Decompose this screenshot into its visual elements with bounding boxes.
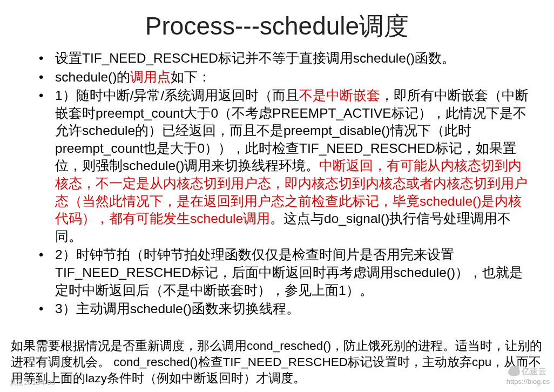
bullet-list: 设置TIF_NEED_RESCHED标记并不等于直接调用schedule()函数… (39, 50, 529, 318)
bullet-3-red1: 不是中断嵌套 (299, 88, 380, 103)
watermark-logo: 亿速云 (508, 367, 547, 377)
bullet-4-text: 2）时钟节拍（时钟节拍处理函数仅仅是检查时间片是否用完来设置TIF_NEED_R… (55, 247, 523, 297)
footer-paragraph: 如果需要根据情况是否重新调度，那么调用cond_resched()，防止饿死别的… (11, 338, 543, 387)
slide: Process---schedule调度 设置TIF_NEED_RESCHED标… (0, 0, 554, 392)
bullet-5-text: 3）主动调用schedule()函数来切换线程。 (55, 301, 300, 316)
bullet-4: 2）时钟节拍（时钟节拍处理函数仅仅是检查时间片是否用完来设置TIF_NEED_R… (39, 246, 529, 299)
bullet-5: 3）主动调用schedule()函数来切换线程。 (39, 300, 529, 318)
bullet-2: schedule()的调用点如下： (39, 69, 529, 86)
bullet-3: 1）随时中断/异常/系统调用返回时（而且不是中断嵌套，即所有中断嵌套（中断嵌套时… (39, 87, 529, 245)
slide-body: 设置TIF_NEED_RESCHED标记并不等于直接调用schedule()函数… (0, 48, 554, 318)
cloud-icon (508, 368, 520, 376)
watermark-logo-text: 亿速云 (522, 367, 547, 377)
slide-title: Process---schedule调度 (0, 0, 554, 48)
watermark-left: 从江2018年09 (10, 378, 55, 388)
bullet-2-post: 如下： (171, 70, 211, 84)
bullet-1-text: 设置TIF_NEED_RESCHED标记并不等于直接调用schedule()函数… (55, 51, 455, 65)
bullet-3-seg1: 1）随时中断/异常/系统调用返回时（而且 (55, 88, 299, 103)
bullet-2-pre: schedule()的 (55, 70, 130, 84)
bullet-2-red: 调用点 (130, 70, 171, 84)
bullet-1: 设置TIF_NEED_RESCHED标记并不等于直接调用schedule()函数… (39, 50, 529, 67)
watermark-right: https://blog.cs (506, 377, 550, 386)
